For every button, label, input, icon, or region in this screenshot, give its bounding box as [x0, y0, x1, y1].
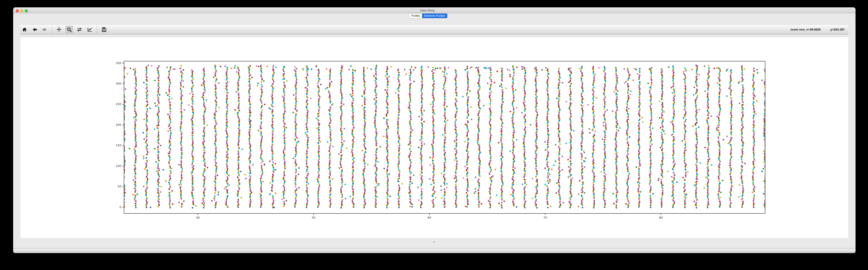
save-button[interactable] — [100, 26, 108, 33]
zoom-rect-button[interactable] — [65, 26, 73, 33]
window-bottom-bar — [13, 248, 856, 253]
tab-elements-position-label: Elements Position — [424, 14, 445, 18]
status-y: y=263.387 — [830, 28, 845, 31]
tab-profiles[interactable]: Profiles — [409, 13, 422, 18]
view-tabs: Profiles Elements Position — [409, 13, 447, 18]
toolbar-status: zoom rect, x=49.0828 y=263.387 — [790, 25, 845, 34]
tab-elements-position[interactable]: Elements Position — [422, 13, 447, 18]
floppy-save-icon — [101, 27, 106, 32]
status-mode-and-x: zoom rect, x=49.0828 — [790, 28, 820, 31]
back-arrow-icon — [32, 27, 37, 32]
splitter-grip[interactable] — [433, 241, 435, 243]
app-window: Data fitting Profiles Elements Position — [13, 7, 856, 253]
sliders-icon — [77, 27, 82, 32]
window-title: Data fitting — [13, 9, 842, 12]
home-button[interactable] — [21, 26, 28, 33]
pan-move-icon — [56, 27, 62, 32]
pan-button[interactable] — [55, 26, 63, 33]
plot-canvas[interactable] — [21, 37, 848, 238]
title-bar: Data fitting — [13, 7, 856, 13]
configure-subplots-button[interactable] — [76, 26, 83, 33]
line-chart-icon — [87, 27, 92, 32]
tab-profiles-label: Profiles — [411, 14, 420, 18]
magnifier-icon — [67, 27, 72, 32]
desktop: { "window": { "title": "Data fitting", "… — [0, 0, 868, 270]
forward-arrow-icon — [42, 27, 47, 32]
forward-button[interactable] — [41, 26, 48, 33]
customize-axes-button[interactable] — [86, 26, 93, 33]
navigation-toolbar: zoom rect, x=49.0828 y=263.387 — [20, 25, 848, 34]
figure-area — [21, 37, 848, 238]
home-icon — [22, 27, 27, 32]
back-button[interactable] — [31, 26, 38, 33]
toolbar-separator — [52, 25, 52, 34]
